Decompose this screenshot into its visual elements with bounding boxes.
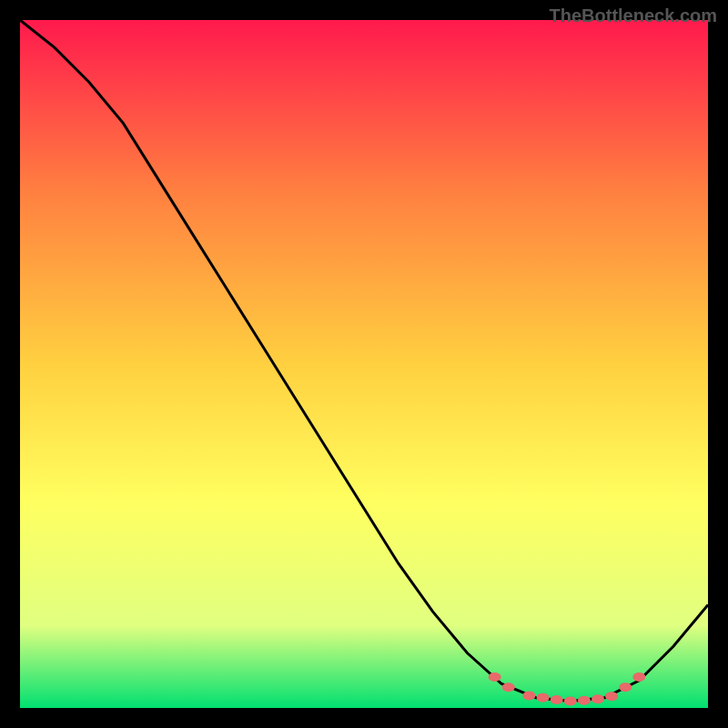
data-dot bbox=[592, 694, 604, 703]
data-dot bbox=[578, 696, 591, 705]
data-dot bbox=[605, 692, 618, 701]
plot-area bbox=[20, 20, 708, 708]
data-dot bbox=[551, 695, 563, 704]
data-dot bbox=[489, 672, 501, 682]
chart-svg bbox=[20, 20, 708, 708]
watermark-text: TheBottleneck.com bbox=[550, 5, 717, 26]
data-dot bbox=[522, 691, 535, 700]
data-dot bbox=[564, 696, 577, 705]
data-dot bbox=[502, 682, 515, 692]
data-dot bbox=[537, 693, 550, 703]
data-dot bbox=[632, 672, 645, 682]
data-dot bbox=[619, 682, 632, 692]
chart-container: TheBottleneck.com bbox=[0, 0, 728, 728]
